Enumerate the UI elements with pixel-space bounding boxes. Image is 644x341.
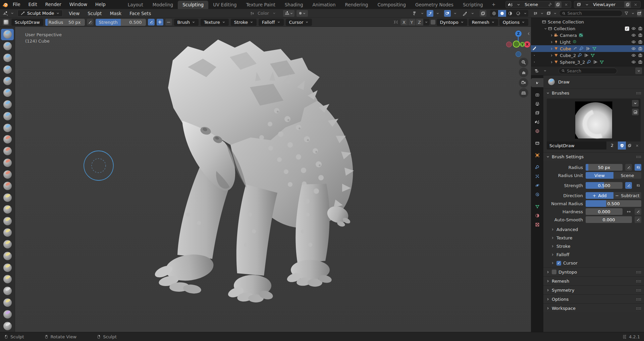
- blender-logo-icon[interactable]: [2, 1, 9, 8]
- outliner-search[interactable]: [559, 10, 623, 16]
- tool-thumb[interactable]: [1, 239, 14, 250]
- new-scene-button[interactable]: [555, 1, 561, 8]
- hardness-pressure-icon[interactable]: [635, 208, 641, 215]
- tool-crease[interactable]: [1, 122, 14, 133]
- viewport-menu-mask[interactable]: Mask: [106, 9, 125, 18]
- mirror-x-toggle[interactable]: X: [400, 19, 408, 25]
- brush-preview-thumbnail[interactable]: [575, 101, 612, 139]
- strength-pressure-icon[interactable]: [625, 182, 632, 189]
- properties-tab-view-layer[interactable]: [531, 108, 543, 117]
- direction-subtract-button[interactable]: −Subtract: [613, 192, 641, 199]
- panel-grip[interactable]: [636, 289, 641, 291]
- viewport-menu-face-sets[interactable]: Face Sets: [125, 9, 155, 18]
- outliner-item-label[interactable]: Scene Collection: [548, 19, 584, 24]
- properties-tab-render[interactable]: [531, 90, 543, 99]
- workspace-tab-rendering[interactable]: Rendering: [340, 1, 373, 9]
- properties-tab-modifiers[interactable]: [531, 163, 543, 172]
- tool-draw-sharp[interactable]: [1, 41, 14, 52]
- shading-solid-button[interactable]: [498, 10, 506, 17]
- properties-tab-collection[interactable]: [531, 138, 543, 148]
- menu-render[interactable]: Render: [41, 0, 65, 9]
- outliner-item-label[interactable]: Cube_2: [560, 53, 576, 58]
- collection-checkbox[interactable]: ✓: [625, 26, 629, 31]
- gizmo-x-neg-axis[interactable]: [506, 42, 512, 47]
- outliner-row-scene-collection[interactable]: Scene Collection: [531, 18, 644, 25]
- strength-prop-slider[interactable]: 0.500: [586, 182, 623, 189]
- properties-tab-output[interactable]: [531, 99, 543, 108]
- outliner-row-light[interactable]: Light: [531, 39, 644, 45]
- hardness-slider[interactable]: 0.000: [586, 208, 623, 215]
- radius-pressure-toggle[interactable]: [87, 19, 94, 25]
- show-gizmo-toggle[interactable]: [427, 10, 433, 17]
- pin-icon[interactable]: [547, 1, 553, 8]
- display-mode-dropdown[interactable]: [546, 10, 551, 17]
- tool-smooth[interactable]: [1, 134, 14, 145]
- tool-boundary[interactable]: [1, 297, 14, 308]
- hide-in-viewport-toggle[interactable]: [631, 46, 636, 51]
- twisty-closed-icon[interactable]: [549, 40, 554, 44]
- gizmo-z-neg-axis[interactable]: [516, 51, 521, 57]
- subpanel-advanced[interactable]: Advanced: [543, 225, 644, 234]
- auto-smooth-pressure-icon[interactable]: [635, 216, 641, 223]
- outliner-item-label[interactable]: Collection: [554, 26, 575, 31]
- falloff-dropdown[interactable]: Falloff: [259, 19, 283, 26]
- workspace-tab-texture-paint[interactable]: Texture Paint: [241, 1, 280, 9]
- dyntopo-dropdown[interactable]: Dyntopo: [437, 19, 467, 26]
- strength-slider[interactable]: Strength 0.500: [96, 19, 146, 26]
- properties-tab-object[interactable]: [531, 151, 543, 160]
- workspace-tab-sculpting[interactable]: Sculpting: [178, 1, 208, 9]
- workspace-tab-shading[interactable]: Shading: [280, 1, 308, 9]
- panel-grip[interactable]: [636, 92, 641, 94]
- navigation-gizmo[interactable]: Z X Y: [503, 29, 530, 55]
- normal-radius-slider[interactable]: 0.500: [586, 200, 641, 207]
- editor-type-button[interactable]: [2, 10, 9, 17]
- add-workspace-button[interactable]: +: [488, 0, 499, 9]
- panel-grip[interactable]: [636, 280, 641, 282]
- viewlayer-selector[interactable]: ViewLayer: [574, 1, 641, 8]
- tool-pose[interactable]: [1, 250, 14, 262]
- new-viewlayer-button[interactable]: [624, 1, 631, 8]
- tool-snake-hook[interactable]: [1, 227, 14, 238]
- camera-view-button[interactable]: [519, 78, 528, 88]
- show-overlays-toggle[interactable]: [444, 10, 451, 17]
- tool-rotate[interactable]: [1, 274, 14, 285]
- scene-selector[interactable]: Scene: [505, 1, 571, 8]
- shading-rendered-button[interactable]: [514, 10, 522, 17]
- viewport-3d[interactable]: User Perspective (124) Cube: [15, 27, 531, 332]
- filter-icon[interactable]: [624, 10, 629, 17]
- brush-preview-icon[interactable]: [3, 19, 9, 25]
- disable-in-renders-toggle[interactable]: [638, 46, 643, 51]
- mirror-y-toggle[interactable]: Y: [408, 19, 416, 25]
- direction-subtract-toggle[interactable]: −: [165, 19, 172, 25]
- gizmo-y-neg-axis[interactable]: [513, 41, 520, 48]
- tool-clay[interactable]: [1, 52, 14, 64]
- texture-dropdown[interactable]: Texture: [201, 19, 229, 26]
- workspace-tab-modeling[interactable]: Modeling: [148, 1, 178, 9]
- panel-grip[interactable]: [636, 298, 641, 300]
- perspective-toggle-button[interactable]: [519, 88, 528, 98]
- duplicate-brush-button[interactable]: [626, 141, 633, 150]
- object-visibility-dropdown[interactable]: [411, 10, 418, 17]
- subpanel-stroke[interactable]: Stroke: [543, 242, 644, 250]
- properties-search[interactable]: [558, 68, 617, 74]
- tool-slide-relax[interactable]: [1, 285, 14, 297]
- twisty-closed-icon[interactable]: [549, 60, 554, 64]
- pan-button[interactable]: [519, 68, 528, 77]
- tool-clay-strips[interactable]: [1, 64, 14, 75]
- outliner-item-label[interactable]: Cube: [560, 46, 571, 51]
- workspace-tab-scripting[interactable]: Scripting: [458, 1, 488, 9]
- fake-user-shield-toggle[interactable]: [618, 141, 626, 150]
- unlink-brush-button[interactable]: [633, 141, 641, 150]
- collapse-sidebar-icon[interactable]: [527, 32, 531, 36]
- radius-slider[interactable]: Radius 50 px: [45, 19, 85, 26]
- menu-window[interactable]: Window: [65, 0, 91, 9]
- disable-in-renders-toggle[interactable]: [638, 33, 643, 38]
- tool-scrape[interactable]: [1, 169, 14, 180]
- outliner-search-input[interactable]: [568, 11, 620, 16]
- gizmo-y-axis[interactable]: Y: [520, 42, 525, 47]
- menu-help[interactable]: Help: [91, 0, 110, 9]
- properties-tab-texture[interactable]: [531, 220, 543, 229]
- subpanel-cursor[interactable]: ✓Cursor: [543, 259, 644, 267]
- viewport-menu-view[interactable]: View: [65, 9, 84, 18]
- panel-workspace[interactable]: Workspace: [543, 303, 644, 312]
